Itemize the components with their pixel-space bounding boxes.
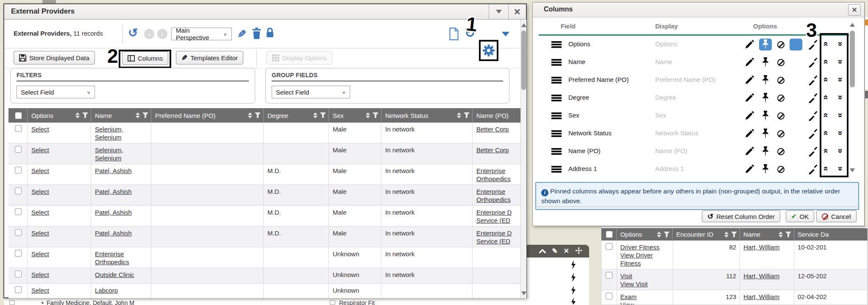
scroll-up-icon[interactable] <box>521 23 526 27</box>
move-down-icon[interactable]: » <box>837 113 846 118</box>
row-checkbox[interactable] <box>15 167 22 173</box>
style-column-icon[interactable] <box>808 164 818 174</box>
columns-button[interactable]: Columns <box>122 51 168 65</box>
encounter-option-link[interactable]: Exam <box>620 293 669 301</box>
store-displayed-data-button[interactable]: Store Displayed Data <box>14 51 95 64</box>
pin-column-button[interactable] <box>759 128 772 140</box>
filter-icon[interactable] <box>142 112 148 118</box>
name-po-link[interactable]: Enterprise D <box>476 229 517 237</box>
code-column-button[interactable] <box>790 74 802 86</box>
expand-toolbar-icon[interactable] <box>502 32 509 36</box>
list-scroll-up-icon[interactable] <box>850 23 855 27</box>
sort-icon[interactable] <box>248 112 252 118</box>
lock-perspective-icon[interactable] <box>265 27 275 39</box>
name-po-link[interactable]: Better Corp <box>476 125 517 133</box>
code-column-button[interactable] <box>790 56 802 68</box>
rename-column-icon[interactable] <box>745 165 754 174</box>
rename-column-icon[interactable] <box>745 58 754 67</box>
code-column-button[interactable] <box>790 39 802 50</box>
new-document-icon[interactable] <box>449 28 459 40</box>
pin-column-button[interactable] <box>759 39 772 50</box>
provider-name-link[interactable]: Patel, Ashish <box>95 188 132 195</box>
rename-column-icon[interactable] <box>745 76 754 85</box>
encounter-option-link[interactable]: View Driver Fitness <box>620 251 669 267</box>
row-checkbox[interactable] <box>15 271 22 277</box>
provider-name-link[interactable]: Selenium, Selenium <box>95 146 123 162</box>
sort-icon[interactable] <box>457 112 461 118</box>
name-po-link[interactable]: Orthopedics <box>476 175 517 183</box>
sort-icon[interactable] <box>75 112 80 118</box>
style-column-button[interactable] <box>807 128 819 140</box>
provider-name-link[interactable]: Patel, Ashish <box>95 167 132 174</box>
move-down-icon[interactable]: » <box>837 42 846 47</box>
rename-column-icon[interactable] <box>745 147 754 156</box>
sort-icon[interactable] <box>313 112 317 118</box>
style-column-button[interactable] <box>807 56 819 68</box>
pin-column-icon[interactable] <box>761 75 770 85</box>
pin-column-button[interactable] <box>759 56 772 68</box>
provider-name-link[interactable]: Patel, Ashish <box>95 229 132 237</box>
drag-handle-icon[interactable] <box>551 112 562 114</box>
sort-icon[interactable] <box>366 112 370 118</box>
drag-handle-icon[interactable] <box>551 59 562 61</box>
select-link[interactable]: Select <box>31 126 49 133</box>
list-scroll-down-icon[interactable] <box>850 168 855 172</box>
row-checkbox[interactable] <box>15 187 22 194</box>
rename-column-button[interactable] <box>743 163 756 175</box>
encounter-option-link[interactable]: View <box>620 301 669 305</box>
encounter-option-link[interactable]: View Visit <box>620 280 669 288</box>
select-link[interactable]: Select <box>31 167 49 174</box>
row-checkbox[interactable] <box>606 243 612 250</box>
provider-name-link[interactable]: Enterprise Orthopedics <box>95 250 129 266</box>
select-link[interactable]: Select <box>31 188 49 195</box>
edit-pencil-icon[interactable]: ✎ <box>552 248 557 255</box>
provider-name-link[interactable]: Selenium, Selenium <box>95 126 123 141</box>
rename-column-icon[interactable] <box>745 111 754 120</box>
rename-column-icon[interactable] <box>745 129 754 138</box>
columns-dialog-close-button[interactable]: ✕ <box>848 4 861 16</box>
filter-icon[interactable] <box>464 112 470 118</box>
name-po-link[interactable]: Enterprise <box>476 187 517 196</box>
move-down-icon[interactable]: » <box>837 77 846 82</box>
pin-column-button[interactable] <box>759 110 772 122</box>
row-checkbox[interactable] <box>15 146 22 153</box>
edit-perspective-icon[interactable]: ✎ <box>237 29 246 39</box>
rename-column-icon[interactable] <box>745 93 754 103</box>
code-column-button[interactable] <box>790 110 802 122</box>
display-options-button[interactable]: Display Options <box>267 51 332 64</box>
rename-column-icon[interactable] <box>745 40 754 49</box>
pin-column-icon[interactable] <box>761 146 770 157</box>
move-up-icon[interactable]: « <box>822 42 831 47</box>
move-up-icon[interactable]: « <box>822 59 831 64</box>
style-column-icon[interactable] <box>808 75 818 85</box>
patient-name-link[interactable]: Hart, William <box>743 272 779 280</box>
perspective-select[interactable]: Main Perspective ∨ <box>171 28 232 40</box>
pin-column-icon[interactable] <box>761 57 770 67</box>
style-column-icon[interactable] <box>808 146 818 157</box>
filter-icon[interactable] <box>320 112 326 118</box>
hide-column-button[interactable] <box>774 92 787 104</box>
filter-icon[interactable] <box>785 232 791 238</box>
pin-column-button[interactable] <box>759 74 772 86</box>
code-column-button[interactable] <box>790 163 802 175</box>
prev-button[interactable]: ‹ <box>144 29 154 39</box>
row-checkbox[interactable] <box>15 208 22 215</box>
window-close-button[interactable]: ✕ <box>508 4 526 19</box>
move-up-icon[interactable]: « <box>822 95 831 100</box>
pin-column-button[interactable] <box>759 146 772 157</box>
encounter-option-link[interactable]: Driver Fitness <box>620 243 669 251</box>
style-column-icon[interactable] <box>808 57 818 67</box>
style-column-button[interactable] <box>807 110 819 122</box>
filters-field-select[interactable]: Select Field ∨ <box>17 86 95 98</box>
move-down-icon[interactable]: » <box>837 166 846 171</box>
provider-name-link[interactable]: Outside Clinic <box>95 271 134 278</box>
sort-icon[interactable] <box>136 112 140 118</box>
hide-column-button[interactable] <box>774 128 787 140</box>
group-fields-select[interactable]: Select Field ∨ <box>272 86 350 98</box>
hide-column-button[interactable] <box>774 163 787 175</box>
scrollbar-thumb[interactable] <box>521 31 526 90</box>
move-down-icon[interactable]: » <box>837 131 846 136</box>
undo-icon[interactable]: ↺ <box>128 27 138 39</box>
row-checkbox[interactable] <box>15 250 22 257</box>
style-column-icon[interactable] <box>808 111 818 121</box>
